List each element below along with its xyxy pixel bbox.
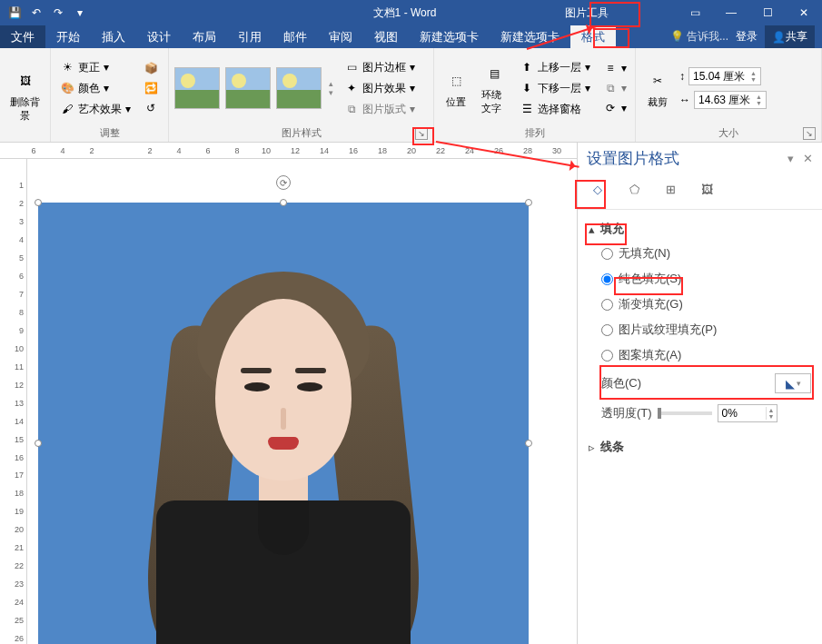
maximize-icon[interactable]: ☐ [749, 0, 786, 25]
format-picture-pane: 设置图片格式 ▾ ✕ ◇ ⬠ ⊞ 🖼 ▴填充 无填充(N) 纯色填充(S) 渐变… [577, 143, 822, 644]
effects-tab-icon[interactable]: ⬠ [621, 176, 647, 202]
styles-more-button[interactable]: ▴▾ [327, 67, 335, 109]
compress-pictures-button[interactable]: 📦 [140, 59, 162, 77]
gradient-fill-radio[interactable]: 渐变填充(G) [589, 292, 811, 317]
transparency-slider[interactable] [658, 411, 712, 415]
remove-background-button[interactable]: 🖼删除背景 [5, 66, 45, 124]
resize-handle-e[interactable] [525, 440, 532, 447]
tab-file[interactable]: 文件 [0, 25, 45, 48]
tab-newtab2[interactable]: 新建选项卡 [490, 25, 570, 48]
width-icon: ↔ [679, 94, 690, 106]
color-button[interactable]: 🎨颜色 ▾ [56, 79, 134, 98]
corrections-button[interactable]: ☀更正 ▾ [56, 58, 134, 77]
height-input[interactable]: 15.04 厘米▲▼ [688, 67, 761, 85]
tab-insert[interactable]: 插入 [91, 25, 136, 48]
picture-style-1[interactable] [174, 67, 220, 109]
fill-section-header[interactable]: ▴填充 [589, 217, 811, 241]
layout-tab-icon[interactable]: ⊞ [658, 176, 683, 202]
tab-home[interactable]: 开始 [45, 25, 91, 48]
redo-icon[interactable]: ↷ [49, 4, 67, 22]
resize-handle-n[interactable] [280, 199, 287, 206]
tab-format[interactable]: 格式 [570, 25, 616, 48]
rotate-handle[interactable]: ⟳ [276, 175, 291, 190]
pattern-fill-radio[interactable]: 图案填充(A) [589, 342, 811, 368]
contextual-tab-label: 图片工具 [556, 0, 618, 25]
pane-close-icon[interactable]: ✕ [803, 152, 813, 165]
qat-dropdown-icon[interactable]: ▾ [71, 4, 89, 22]
picture-layout-button[interactable]: ⧉图片版式 ▾ [341, 100, 419, 119]
picture-style-3[interactable] [276, 67, 322, 109]
picture-border-button[interactable]: ▭图片边框 ▾ [341, 58, 419, 77]
login-button[interactable]: 登录 [736, 29, 758, 45]
tab-layout[interactable]: 布局 [182, 25, 227, 48]
transparency-spinner[interactable]: ▲▼ [718, 404, 777, 422]
adjust-group-label: 调整 [56, 124, 163, 140]
styles-group-label: 图片样式 [282, 126, 322, 140]
picture-style-2[interactable] [225, 67, 271, 109]
height-icon: ↕ [679, 70, 685, 83]
undo-icon[interactable]: ↶ [27, 4, 45, 22]
arrange-group-label: 排列 [440, 124, 629, 140]
crop-button[interactable]: ✂裁剪 [641, 66, 674, 111]
reset-picture-button[interactable]: ↺ [140, 99, 162, 117]
bring-forward-button[interactable]: ⬆上移一层 ▾ [516, 58, 594, 77]
group-button[interactable]: ⧉▾ [599, 79, 630, 97]
selected-picture[interactable]: ⟳ [38, 203, 529, 644]
tab-design[interactable]: 设计 [136, 25, 182, 48]
picture-tab-icon[interactable]: 🖼 [694, 176, 719, 202]
selection-pane-button[interactable]: ☰选择窗格 [516, 100, 594, 119]
fill-line-tab-icon[interactable]: ◇ [585, 176, 610, 202]
size-dialog-launcher[interactable]: ↘ [803, 127, 816, 140]
collapse-icon: ▴ [589, 223, 595, 236]
tab-mail[interactable]: 邮件 [272, 25, 318, 48]
picture-content [38, 203, 529, 644]
resize-handle-w[interactable] [35, 440, 42, 447]
send-backward-button[interactable]: ⬇下移一层 ▾ [516, 79, 594, 98]
styles-dialog-launcher[interactable]: ↘ [415, 127, 428, 140]
minimize-icon[interactable]: — [713, 0, 749, 25]
wrap-text-button[interactable]: ▤环绕文字 [478, 59, 510, 117]
solid-fill-radio[interactable]: 纯色填充(S) [589, 266, 811, 292]
picture-effects-button[interactable]: ✦图片效果 ▾ [341, 79, 419, 98]
tab-view[interactable]: 视图 [363, 25, 409, 48]
horizontal-ruler[interactable]: 64224681012141618202224262830 [0, 143, 577, 159]
pane-dropdown-icon[interactable]: ▾ [787, 152, 794, 165]
align-button[interactable]: ≡▾ [599, 59, 630, 77]
vertical-ruler[interactable]: 1234567891011121314151617181920212223242… [0, 159, 27, 644]
line-section-header[interactable]: ▹线条 [589, 435, 811, 459]
artistic-effects-button[interactable]: 🖌艺术效果 ▾ [56, 100, 134, 119]
color-label: 颜色(C) [601, 375, 641, 391]
window-title: 文档1 - Word [373, 5, 437, 21]
size-group-label: 大小 [718, 126, 738, 140]
close-icon[interactable]: ✕ [786, 0, 822, 25]
tab-newtab1[interactable]: 新建选项卡 [409, 25, 490, 48]
tab-references[interactable]: 引用 [227, 25, 272, 48]
ribbon-options-icon[interactable]: ▭ [677, 0, 713, 25]
color-picker-button[interactable]: ◣▾ [775, 373, 811, 393]
resize-handle-nw[interactable] [35, 199, 42, 206]
resize-handle-ne[interactable] [525, 199, 532, 206]
rotate-button[interactable]: ⟳▾ [599, 99, 630, 117]
width-input[interactable]: 14.63 厘米▲▼ [694, 91, 767, 109]
tab-review[interactable]: 审阅 [318, 25, 363, 48]
no-fill-radio[interactable]: 无填充(N) [589, 241, 811, 266]
save-icon[interactable]: 💾 [5, 4, 24, 22]
pane-title: 设置图片格式 [587, 148, 679, 169]
picture-texture-fill-radio[interactable]: 图片或纹理填充(P) [589, 317, 811, 342]
share-button[interactable]: 👤 共享 [765, 25, 815, 48]
document-canvas[interactable]: ⟳ [27, 159, 577, 644]
position-button[interactable]: ⬚位置 [440, 66, 472, 111]
change-picture-button[interactable]: 🔁 [140, 79, 162, 97]
tellme-button[interactable]: 💡 告诉我... [670, 29, 728, 45]
expand-icon: ▹ [589, 441, 595, 454]
transparency-label: 透明度(T) [601, 405, 652, 421]
